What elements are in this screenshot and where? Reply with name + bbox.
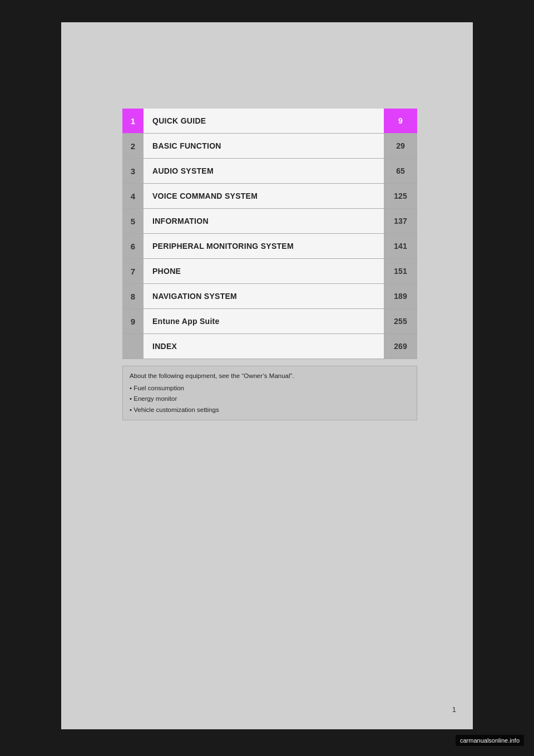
toc-row: 8NAVIGATION SYSTEM189 [122,284,417,309]
toc-row: 7PHONE151 [122,259,417,284]
toc-chapter-label: NAVIGATION SYSTEM [144,284,384,308]
toc-row: 6PERIPHERAL MONITORING SYSTEM141 [122,234,417,259]
toc-chapter-number: 9 [122,309,144,333]
toc-chapter-number: 5 [122,209,144,233]
manual-page: 1QUICK GUIDE92BASIC FUNCTION293AUDIO SYS… [61,22,473,729]
note-list-item: Energy monitor [130,394,410,405]
note-box: About the following equipment, see the “… [122,366,417,420]
note-list-item: Fuel consumption [130,383,410,394]
toc-page-number: 9 [384,109,417,133]
toc-page-number: 141 [384,234,417,258]
toc-chapter-label: QUICK GUIDE [144,109,384,133]
note-list: Fuel consumptionEnergy monitorVehicle cu… [130,383,410,416]
toc-row: 9Entune App Suite255 [122,309,417,334]
toc-page-number: 255 [384,309,417,333]
toc-content: 1QUICK GUIDE92BASIC FUNCTION293AUDIO SYS… [122,109,417,420]
toc-row: 1QUICK GUIDE9 [122,109,417,134]
note-list-item: Vehicle customization settings [130,405,410,416]
toc-page-number: 65 [384,159,417,183]
toc-chapter-label: Entune App Suite [144,309,384,333]
toc-chapter-label: VOICE COMMAND SYSTEM [144,184,384,208]
toc-chapter-number: 4 [122,184,144,208]
toc-table: 1QUICK GUIDE92BASIC FUNCTION293AUDIO SYS… [122,109,417,359]
toc-page-number: 189 [384,284,417,308]
toc-chapter-label: INDEX [144,334,384,359]
toc-page-number: 137 [384,209,417,233]
watermark-text: carmanualsonline.info [456,735,524,746]
toc-chapter-number: 3 [122,159,144,183]
toc-chapter-label: BASIC FUNCTION [144,134,384,158]
toc-chapter-number: 8 [122,284,144,308]
toc-chapter-label: AUDIO SYSTEM [144,159,384,183]
toc-chapter-number: 2 [122,134,144,158]
toc-page-number: 29 [384,134,417,158]
toc-row: INDEX269 [122,334,417,359]
toc-row: 4VOICE COMMAND SYSTEM125 [122,184,417,209]
toc-chapter-number: 7 [122,259,144,283]
toc-page-number: 125 [384,184,417,208]
toc-page-number: 151 [384,259,417,283]
toc-chapter-label: PHONE [144,259,384,283]
toc-row: 2BASIC FUNCTION29 [122,134,417,159]
note-title: About the following equipment, see the “… [130,371,410,382]
toc-row: 3AUDIO SYSTEM65 [122,159,417,184]
toc-chapter-label: PERIPHERAL MONITORING SYSTEM [144,234,384,258]
toc-row: 5INFORMATION137 [122,209,417,234]
toc-chapter-number: 6 [122,234,144,258]
toc-page-number: 269 [384,334,417,359]
page-number: 1 [452,705,456,714]
toc-chapter-label: INFORMATION [144,209,384,233]
toc-chapter-number: 1 [122,109,144,133]
toc-chapter-number [122,334,144,359]
